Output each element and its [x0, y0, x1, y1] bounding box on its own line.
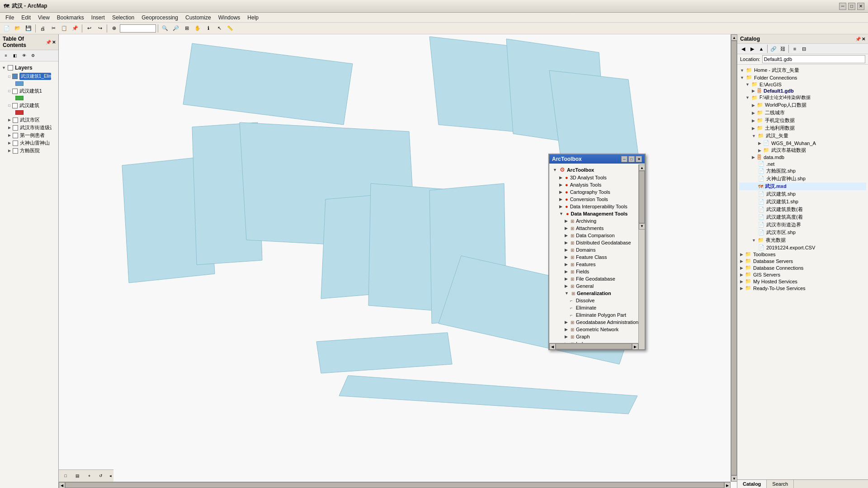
save-button[interactable]: 💾	[24, 23, 33, 33]
menu-bookmarks[interactable]: Bookmarks	[53, 14, 88, 22]
redo-button[interactable]: ↪	[95, 23, 105, 33]
catalog-wuhan-jzshp-item[interactable]: 📄 武汉建筑.shp	[739, 190, 866, 198]
catalog-thesis-item[interactable]: ▼ 📁 F:\硕士论文\4传染病\数据	[739, 94, 866, 101]
toc-list-view-button[interactable]: ≡	[2, 52, 10, 60]
catalog-worldpop-item[interactable]: ▶ 📁 WorldPop人口数据	[739, 101, 866, 109]
identify-button[interactable]: ℹ	[203, 23, 213, 33]
catalog-readytouse-item[interactable]: ▶ 📁 Ready-To-Use Services	[739, 285, 866, 291]
paste-button[interactable]: 📌	[70, 23, 80, 33]
layers-checkbox[interactable]	[8, 65, 13, 70]
layer3-checkbox[interactable]	[12, 103, 18, 108]
tool-generalization[interactable]: ▼ ⊞ Generalization	[551, 290, 643, 297]
menu-view[interactable]: View	[34, 14, 53, 22]
close-button[interactable]: ✕	[857, 3, 864, 10]
toc-layer-2-row[interactable]: □ 武汉建筑1	[8, 87, 57, 95]
catalog-landuse-item[interactable]: ▶ 📁 土地利用数据	[739, 124, 866, 132]
scroll-up-button[interactable]: ▲	[731, 34, 737, 41]
zoom-in-button[interactable]: 🔍	[160, 23, 170, 33]
layer5-checkbox[interactable]	[13, 125, 18, 131]
menu-geoprocessing[interactable]: Geoprocessing	[138, 14, 182, 22]
menu-selection[interactable]: Selection	[108, 14, 138, 22]
atb-scroll-up-button[interactable]: ▲	[639, 164, 645, 171]
map-area[interactable]: ▲ ▼ ◀ ▶ □ ▤ ⌖ ↺ ◂ ArcToolbox ─	[59, 34, 737, 488]
zoom-100-button[interactable]: ⌖	[84, 471, 94, 481]
tool-eliminate[interactable]: ⌐ Eliminate	[551, 304, 643, 311]
tool-archiving[interactable]: ▶ ⊞ Archiving	[551, 217, 643, 225]
tool-data-comparison[interactable]: ▶ ⊞ Data Comparison	[551, 232, 643, 239]
catalog-wuhan-streets-item[interactable]: 📄 武汉市街道边界	[739, 221, 866, 229]
scroll-thumb-v[interactable]	[731, 41, 737, 475]
layer2-checkbox[interactable]	[12, 89, 18, 94]
atb-scroll-hthumb[interactable]	[556, 343, 632, 349]
toc-visibility-view-button[interactable]: 👁	[20, 52, 28, 60]
catalog-nightlight-item[interactable]: ▼ 📁 夜光数据	[739, 236, 866, 244]
toc-layer-8[interactable]: ▶ 方舱医院	[2, 147, 57, 155]
toc-layer-3[interactable]: □ 武汉建筑	[2, 102, 57, 116]
menu-edit[interactable]: Edit	[18, 14, 34, 22]
arctoolbox-minimize-button[interactable]: ─	[621, 156, 627, 162]
toc-options-button[interactable]: ⚙	[29, 52, 37, 60]
catalog-wuhan-vec-item[interactable]: ▼ 📁 武汉_矢量	[739, 132, 866, 140]
toc-layer-1[interactable]: □ 武汉建筑1_Elim	[2, 72, 57, 87]
catalog-close-icon[interactable]: ✕	[862, 37, 865, 42]
zoom-out-button[interactable]: 🔎	[171, 23, 181, 33]
atb-scroll-right-button[interactable]: ▶	[632, 343, 638, 350]
catalog-2ndcity-item[interactable]: ▶ 📁 二线城市	[739, 109, 866, 117]
select-button[interactable]: ↖	[214, 23, 224, 33]
print-button[interactable]: 🖨	[38, 23, 47, 33]
goto-xy-button[interactable]: ⊕	[109, 23, 119, 33]
open-button[interactable]: 📂	[13, 23, 23, 33]
arctoolbox-header[interactable]: ArcToolbox ─ □ ✕	[549, 155, 645, 164]
arctoolbox-maximize-button[interactable]: □	[628, 156, 635, 162]
new-button[interactable]: 📄	[2, 23, 12, 33]
toc-layer-3-row[interactable]: □ 武汉建筑	[8, 102, 57, 109]
tool-analysis[interactable]: ▶ ● Analysis Tools	[551, 181, 643, 188]
tool-geometric-network[interactable]: ▶ ⊞ Geometric Network	[551, 326, 643, 333]
catalog-base-data-item[interactable]: ▶ 📁 武汉市基础数据	[739, 146, 866, 154]
tool-domains[interactable]: ▶ ⊞ Domains	[551, 246, 643, 253]
undo-button[interactable]: ↩	[84, 23, 94, 33]
layer6-checkbox[interactable]	[13, 133, 18, 138]
catalog-folder-connections-item[interactable]: ▼ 📁 Folder Connections	[739, 74, 866, 81]
cut-button[interactable]: ✂	[48, 23, 58, 33]
expand-icon[interactable]: ◂	[109, 474, 112, 478]
data-view-button[interactable]: ▤	[72, 471, 82, 481]
menu-file[interactable]: File	[2, 14, 18, 22]
tool-data-interop[interactable]: ▶ ● Data Interoperability Tools	[551, 203, 643, 210]
toc-layer-6[interactable]: ▶ 第一例患者	[2, 131, 57, 139]
scroll-down-button[interactable]: ▼	[731, 475, 737, 482]
tool-arctoolbox-root[interactable]: ▼ ⚙ ArcToolbox	[551, 165, 643, 174]
catalog-dbconnections-item[interactable]: ▶ 📁 Database Connections	[739, 264, 866, 271]
catalog-huoshen-item[interactable]: 📄 火神山雷神山.shp	[739, 175, 866, 183]
tool-graph[interactable]: ▶ ⊞ Graph	[551, 333, 643, 340]
layer7-checkbox[interactable]	[13, 141, 18, 146]
copy-button[interactable]: 📋	[59, 23, 69, 33]
catalog-datamdb-item[interactable]: ▶ 🗄 data.mdb	[739, 154, 866, 160]
catalog-tab-search[interactable]: Search	[767, 480, 794, 488]
arctoolbox-vscrollbar[interactable]: ▲ ▼	[638, 164, 645, 349]
catalog-wuhan-jz1shp-item[interactable]: 📄 武汉建筑1.shp	[739, 198, 866, 206]
catalog-phone-item[interactable]: ▶ 📁 手机定位数据	[739, 117, 866, 124]
menu-windows[interactable]: Windows	[215, 14, 244, 22]
catalog-pin-icon[interactable]: 📌	[855, 37, 861, 42]
tool-conversion[interactable]: ▶ ● Conversion Tools	[551, 196, 643, 203]
catalog-arcgis-item[interactable]: ▼ 📁 E:\ArcGIS	[739, 81, 866, 88]
tool-general[interactable]: ▶ ⊞ General	[551, 282, 643, 290]
map-vscrollbar[interactable]: ▲ ▼	[731, 34, 737, 482]
catalog-export-csv-item[interactable]: 📄 20191224.export.CSV	[739, 244, 866, 251]
scroll-left-button[interactable]: ◀	[59, 482, 65, 488]
catalog-disconnect-button[interactable]: ⛓	[778, 45, 787, 53]
catalog-location-input[interactable]	[762, 55, 865, 63]
catalog-wgs84-item[interactable]: ▶ 📄 WGS_84_Wuhan_A	[739, 140, 866, 146]
atb-scroll-left-button[interactable]: ◀	[549, 343, 556, 350]
catalog-hostedservices-item[interactable]: ▶ 📁 My Hosted Services	[739, 278, 866, 285]
tool-eliminate-polygon-part[interactable]: ⌐ Eliminate Polygon Part	[551, 311, 643, 319]
catalog-list-view-button[interactable]: ≡	[791, 45, 799, 53]
catalog-home-item[interactable]: ▼ 📁 Home - 武汉市_矢量	[739, 66, 866, 74]
menu-customize[interactable]: Customize	[182, 14, 215, 22]
window-controls[interactable]: ─ □ ✕	[839, 3, 864, 10]
scroll-thumb-h[interactable]	[65, 482, 724, 488]
tool-distributed-gdb[interactable]: ▶ ⊞ Distributed Geodatabase	[551, 239, 643, 246]
rotate-button[interactable]: ↺	[96, 471, 106, 481]
toc-layer-5[interactable]: ▶ 武汉市街道级边	[2, 124, 57, 131]
